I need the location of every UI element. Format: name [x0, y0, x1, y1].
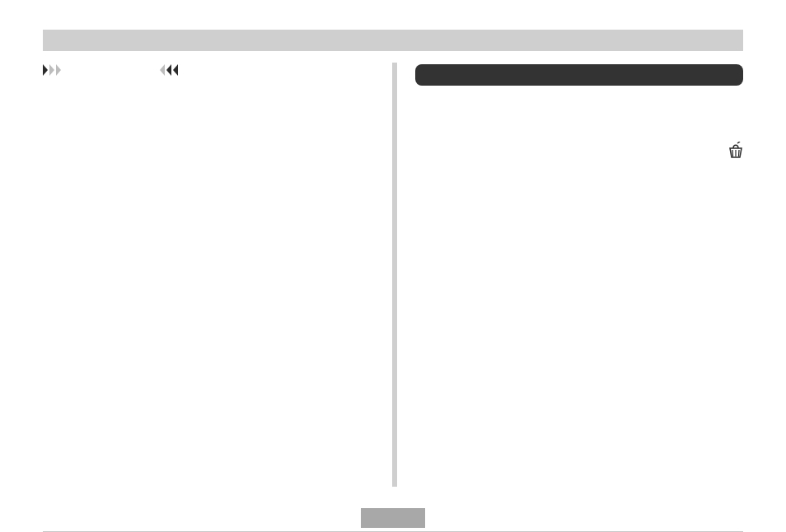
nav-icon-row	[43, 64, 376, 76]
section-header-pill	[415, 64, 743, 86]
svg-line-3	[737, 142, 740, 143]
left-column	[43, 63, 392, 532]
page-container	[0, 0, 786, 532]
basket-icon[interactable]	[728, 142, 743, 162]
right-column	[397, 63, 743, 532]
svg-line-2	[739, 150, 740, 156]
header-bar	[43, 30, 743, 51]
footer-page-marker	[361, 508, 425, 532]
footer-block-top	[361, 508, 425, 528]
back-arrows-icon[interactable]	[160, 64, 178, 76]
svg-line-0	[732, 150, 733, 156]
content-columns	[43, 63, 743, 532]
forward-arrows-icon[interactable]	[43, 64, 61, 76]
